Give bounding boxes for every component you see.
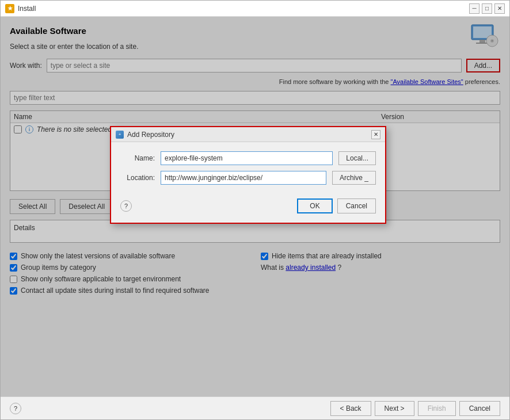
title-bar-left: ★ Install — [5, 4, 36, 13]
ok-button[interactable]: OK — [297, 198, 332, 213]
install-icon: ★ — [5, 4, 14, 13]
help-icon[interactable]: ? — [10, 403, 21, 414]
modal-icon: + — [116, 131, 124, 139]
modal-title-text: Add Repository — [127, 131, 174, 139]
modal-overlay: + Add Repository ✕ Name: Local... — [1, 17, 509, 396]
footer-left: ? — [10, 403, 21, 414]
modal-footer-right: OK Cancel — [297, 198, 376, 213]
name-label: Name: — [120, 154, 155, 162]
archive-button[interactable]: Archive _ — [332, 171, 376, 185]
modal-help-icon[interactable]: ? — [120, 200, 132, 212]
modal-cancel-button[interactable]: Cancel — [337, 198, 376, 213]
footer: ? < Back Next > Finish Cancel — [1, 396, 509, 419]
content-area: Available Software Select a site or ente… — [1, 17, 509, 396]
title-bar-controls: ─ □ ✕ — [469, 3, 505, 14]
cancel-button[interactable]: Cancel — [459, 401, 500, 416]
add-repository-dialog: + Add Repository ✕ Name: Local... — [110, 126, 386, 224]
back-button[interactable]: < Back — [330, 401, 371, 416]
modal-title-bar: + Add Repository ✕ — [111, 127, 385, 142]
footer-right: < Back Next > Finish Cancel — [330, 401, 500, 416]
location-input[interactable] — [161, 171, 326, 185]
title-bar: ★ Install ─ □ ✕ — [1, 1, 509, 17]
finish-button[interactable]: Finish — [418, 401, 456, 416]
local-button[interactable]: Local... — [338, 151, 376, 165]
close-button[interactable]: ✕ — [494, 3, 505, 14]
modal-footer: ? OK Cancel — [111, 194, 385, 223]
name-input[interactable] — [161, 151, 333, 165]
main-window: ★ Install ─ □ ✕ Available Soft — [0, 0, 510, 420]
modal-footer-left: ? — [120, 200, 132, 212]
modal-close-button[interactable]: ✕ — [371, 130, 380, 139]
next-button[interactable]: Next > — [375, 401, 414, 416]
name-field-row: Name: Local... — [120, 151, 376, 165]
modal-title-left: + Add Repository — [116, 131, 174, 139]
maximize-button[interactable]: □ — [482, 3, 492, 14]
window-title: Install — [18, 5, 36, 13]
location-label: Location: — [120, 174, 155, 182]
minimize-button[interactable]: ─ — [469, 3, 479, 14]
location-field-row: Location: Archive _ — [120, 171, 376, 185]
modal-body: Name: Local... Location: Archive _ — [111, 142, 385, 194]
